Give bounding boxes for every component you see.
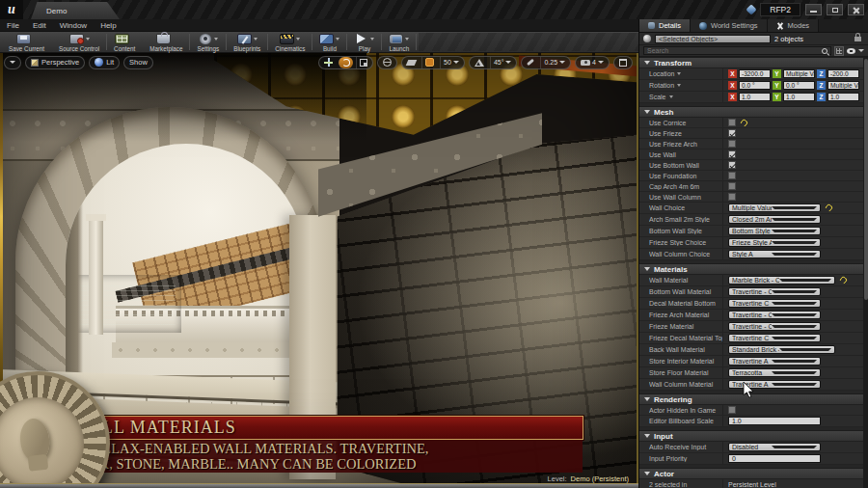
chevron-down-icon[interactable] bbox=[858, 49, 864, 52]
dropdown[interactable]: Bottom Style A bbox=[728, 227, 821, 236]
checkbox[interactable] bbox=[728, 172, 736, 179]
chevron-down-icon[interactable] bbox=[677, 84, 681, 87]
panel-tab[interactable]: World Settings bbox=[691, 19, 768, 32]
material-dropdown[interactable]: Terracotta bbox=[728, 368, 821, 378]
toolbar-button[interactable]: Blueprints bbox=[229, 32, 265, 52]
toolbar-button[interactable]: Play bbox=[349, 32, 379, 52]
y-value-field[interactable]: Multiple Values bbox=[783, 69, 815, 79]
lit-mode-button[interactable]: Lit bbox=[89, 56, 120, 69]
show-button[interactable]: Show bbox=[123, 56, 153, 69]
globe-icon bbox=[383, 58, 392, 67]
section-rendering[interactable]: Rendering bbox=[639, 393, 868, 405]
checkbox[interactable] bbox=[728, 161, 736, 169]
z-value-field[interactable]: -200.0 bbox=[827, 69, 859, 79]
billboard-scale-field[interactable]: 1.0 bbox=[728, 417, 821, 426]
search-input[interactable] bbox=[647, 47, 822, 54]
z-value-field[interactable]: 1.0 bbox=[827, 93, 859, 102]
section-actor[interactable]: Actor bbox=[639, 468, 868, 479]
section-mesh[interactable]: Mesh bbox=[639, 106, 868, 118]
perspective-button[interactable]: Perspective bbox=[25, 56, 85, 69]
y-value-field[interactable]: 0.0 ° bbox=[783, 81, 815, 91]
reset-to-default-icon[interactable] bbox=[839, 276, 849, 285]
section-input[interactable]: Input bbox=[639, 430, 868, 442]
maximize-viewport-button[interactable] bbox=[613, 56, 633, 69]
viewport[interactable]: Perspective Lit Show bbox=[0, 53, 638, 483]
material-dropdown[interactable]: Travertine C bbox=[728, 299, 821, 309]
checkbox[interactable] bbox=[728, 406, 736, 414]
section-transform[interactable]: Transform bbox=[639, 57, 868, 68]
y-value-field[interactable]: 1.0 bbox=[783, 93, 815, 102]
chevron-down-icon bbox=[370, 38, 374, 41]
reset-to-default-icon[interactable] bbox=[740, 118, 749, 127]
toolbar-button[interactable]: Source Control bbox=[54, 32, 104, 52]
toolbar-button[interactable]: Settings bbox=[192, 32, 224, 52]
material-dropdown[interactable]: Travertine - CLEAN bbox=[728, 322, 821, 332]
material-dropdown[interactable]: Standard Brick - CLEAN bbox=[728, 345, 835, 355]
camera-speed-button[interactable]: 4 bbox=[578, 57, 607, 68]
lock-icon[interactable] bbox=[854, 37, 861, 41]
material-dropdown[interactable]: Travertine A bbox=[728, 380, 821, 390]
scrollbar-thumb[interactable] bbox=[864, 59, 868, 300]
menu-item[interactable]: File bbox=[7, 21, 19, 30]
tab-demo[interactable]: Demo bbox=[31, 2, 120, 19]
section-materials[interactable]: Materials bbox=[639, 263, 868, 275]
grid-snap-value[interactable]: 50 bbox=[440, 57, 462, 68]
material-dropdown[interactable]: Travertine - CLEAN bbox=[728, 287, 821, 297]
maximize-button[interactable] bbox=[827, 4, 843, 15]
toolbar-button[interactable]: Content bbox=[109, 32, 140, 52]
toolbar-button-label: Cinematics bbox=[275, 45, 305, 52]
menu-item[interactable]: Help bbox=[100, 21, 116, 30]
toolbar-button[interactable]: Marketplace bbox=[145, 32, 187, 52]
checkbox[interactable] bbox=[728, 119, 736, 126]
material-dropdown[interactable]: Travertine A bbox=[728, 357, 821, 366]
material-dropdown[interactable]: Marble Brick - CLEAN bbox=[728, 276, 835, 285]
details-panel: Details World Settings Modes <Selected O… bbox=[638, 19, 868, 488]
dropdown[interactable]: Style A bbox=[728, 250, 821, 259]
tab-demo-label: Demo bbox=[46, 7, 67, 15]
toolbar-button[interactable]: Save Current bbox=[4, 32, 49, 52]
move-tool-button[interactable] bbox=[321, 57, 336, 68]
filter-icon[interactable] bbox=[834, 46, 844, 56]
x-value-field[interactable]: 0.0 ° bbox=[739, 81, 771, 91]
scale-snap-value[interactable]: 0.25 bbox=[540, 57, 568, 68]
toolbar-button[interactable]: Build bbox=[314, 32, 344, 52]
chevron-down-icon[interactable] bbox=[669, 95, 673, 98]
dropdown[interactable]: Closed 2m Arch bbox=[728, 215, 821, 225]
x-value-field[interactable]: 1.0 bbox=[739, 93, 771, 102]
selected-objects-dropdown[interactable]: <Selected Objects> bbox=[655, 35, 771, 43]
auto-receive-input-dropdown[interactable]: Disabled bbox=[728, 443, 821, 452]
rotation-snap-value[interactable]: 45° bbox=[490, 57, 515, 68]
panel-tab[interactable]: Details bbox=[639, 19, 691, 32]
material-dropdown[interactable]: Travertine - CLEAN bbox=[728, 311, 821, 320]
material-dropdown[interactable]: Travertine C bbox=[728, 334, 821, 343]
dropdown[interactable]: Multiple Values bbox=[728, 203, 821, 213]
panel-tab[interactable]: Modes bbox=[768, 19, 820, 32]
rotation-snap-toggle[interactable] bbox=[472, 57, 487, 68]
toolbar-button[interactable]: Cinematics bbox=[270, 32, 310, 52]
checkbox[interactable] bbox=[728, 129, 736, 137]
input-priority-field[interactable]: 0 bbox=[728, 454, 821, 464]
panel-scrollbar[interactable] bbox=[863, 57, 868, 488]
scale-tool-button[interactable] bbox=[356, 57, 370, 68]
grid-snap-toggle[interactable] bbox=[421, 57, 437, 68]
close-button[interactable] bbox=[848, 4, 864, 15]
rotate-tool-button[interactable] bbox=[339, 57, 353, 68]
reset-to-default-icon[interactable] bbox=[825, 203, 834, 213]
z-value-field[interactable]: Multiple Values bbox=[827, 81, 859, 91]
chevron-down-icon[interactable] bbox=[677, 72, 681, 75]
checkbox[interactable] bbox=[728, 182, 736, 190]
checkbox[interactable] bbox=[728, 140, 736, 148]
checkbox[interactable] bbox=[728, 150, 736, 158]
surface-snap-button[interactable] bbox=[404, 57, 419, 68]
eye-icon[interactable] bbox=[847, 48, 855, 54]
toolbar-button[interactable]: Launch bbox=[384, 32, 414, 52]
world-local-toggle[interactable] bbox=[377, 56, 397, 69]
menu-item[interactable]: Window bbox=[60, 21, 87, 30]
checkbox[interactable] bbox=[728, 193, 736, 201]
viewport-options-button[interactable] bbox=[4, 56, 21, 69]
scale-snap-toggle[interactable] bbox=[524, 57, 537, 68]
x-value-field[interactable]: -3200.0 bbox=[739, 69, 771, 79]
dropdown[interactable]: Frieze Style A bbox=[728, 238, 821, 248]
menu-item[interactable]: Edit bbox=[33, 21, 46, 30]
minimize-button[interactable] bbox=[805, 4, 822, 15]
